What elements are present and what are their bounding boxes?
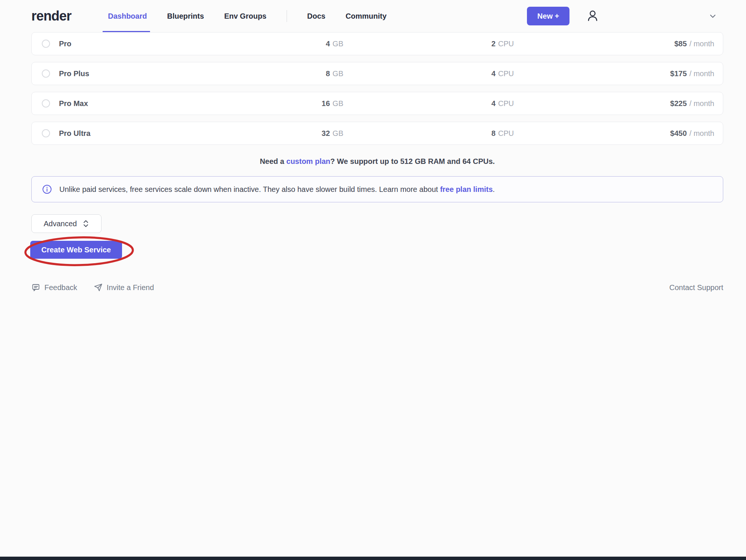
custom-plan-link[interactable]: custom plan	[286, 157, 330, 165]
paper-plane-icon	[94, 283, 103, 292]
plan-price: $225 / month	[670, 92, 714, 115]
radio-circle[interactable]	[42, 129, 50, 137]
plan-row-pro-ultra[interactable]: Pro Ultra 32 GB 8 CPU $450 / month	[31, 122, 723, 145]
page-footer: Feedback Invite a Friend Contact Support	[31, 283, 723, 292]
advanced-toggle-button[interactable]: Advanced	[31, 214, 102, 233]
plan-price: $175 / month	[670, 62, 714, 85]
top-nav: render Dashboard Blueprints Env Groups D…	[0, 0, 746, 32]
plan-name: Pro Ultra	[59, 129, 90, 138]
nav-left: render Dashboard Blueprints Env Groups D…	[31, 0, 387, 32]
plan-row-pro-max[interactable]: Pro Max 16 GB 4 CPU $225 / month	[31, 92, 723, 115]
plan-price: $450 / month	[670, 122, 714, 144]
radio-circle[interactable]	[42, 99, 50, 108]
plan-row-pro-plus[interactable]: Pro Plus 8 GB 4 CPU $175 / month	[31, 62, 723, 85]
render-logo[interactable]: render	[31, 8, 71, 24]
plan-cpu: 8 CPU	[447, 122, 514, 144]
nav-item-env-groups[interactable]: Env Groups	[224, 0, 266, 32]
sort-chevrons-icon	[82, 219, 89, 228]
workspace-menu-button[interactable]	[708, 11, 718, 21]
radio-circle[interactable]	[42, 40, 50, 48]
user-account-button[interactable]	[584, 8, 601, 24]
free-plan-limits-link[interactable]: free plan limits	[440, 185, 493, 193]
feedback-bubble-icon	[31, 283, 40, 292]
nav-item-community[interactable]: Community	[346, 0, 387, 32]
plan-name: Pro	[59, 40, 71, 48]
plan-ram: 4 GB	[276, 32, 343, 55]
nav-separator	[287, 10, 287, 22]
chevron-down-icon	[708, 11, 718, 21]
plan-ram: 32 GB	[276, 122, 343, 144]
custom-plan-line: Need a custom plan? We support up to 512…	[31, 157, 723, 166]
plan-name: Pro Max	[59, 99, 88, 108]
new-button[interactable]: New +	[527, 7, 569, 25]
notice-text: Unlike paid services, free services scal…	[59, 185, 495, 194]
plan-ram: 16 GB	[276, 92, 343, 115]
plan-cpu: 4 CPU	[447, 92, 514, 115]
nav-item-dashboard[interactable]: Dashboard	[108, 0, 147, 32]
user-icon	[585, 9, 600, 24]
plan-ram: 8 GB	[276, 62, 343, 85]
nav-right: New +	[527, 7, 718, 25]
radio-circle[interactable]	[42, 69, 50, 78]
custom-plan-suffix: ? We support up to 512 GB RAM and 64 CPU…	[330, 157, 495, 165]
plan-cpu: 2 CPU	[447, 32, 514, 55]
nav-items: Dashboard Blueprints Env Groups Docs Com…	[108, 0, 387, 32]
plan-cpu: 4 CPU	[447, 62, 514, 85]
plan-price: $85 / month	[674, 32, 714, 55]
custom-plan-prefix: Need a	[260, 157, 286, 165]
bottom-bar	[0, 557, 746, 560]
nav-item-docs[interactable]: Docs	[307, 0, 325, 32]
plan-row-pro[interactable]: Pro 4 GB 2 CPU $85 / month	[31, 32, 723, 55]
advanced-label: Advanced	[44, 220, 77, 228]
nav-item-blueprints[interactable]: Blueprints	[167, 0, 204, 32]
info-icon	[42, 184, 52, 194]
contact-support-link[interactable]: Contact Support	[669, 283, 723, 292]
invite-friend-link[interactable]: Invite a Friend	[94, 283, 154, 292]
create-service-area: Create Web Service	[23, 236, 158, 268]
footer-left: Feedback Invite a Friend	[31, 283, 154, 292]
free-plan-notice: Unlike paid services, free services scal…	[31, 176, 723, 202]
create-web-service-button[interactable]: Create Web Service	[30, 241, 122, 259]
main-content: Pro 4 GB 2 CPU $85 / month Pro Plus 8 GB…	[31, 32, 723, 292]
feedback-link[interactable]: Feedback	[31, 283, 77, 292]
plan-name: Pro Plus	[59, 69, 89, 78]
